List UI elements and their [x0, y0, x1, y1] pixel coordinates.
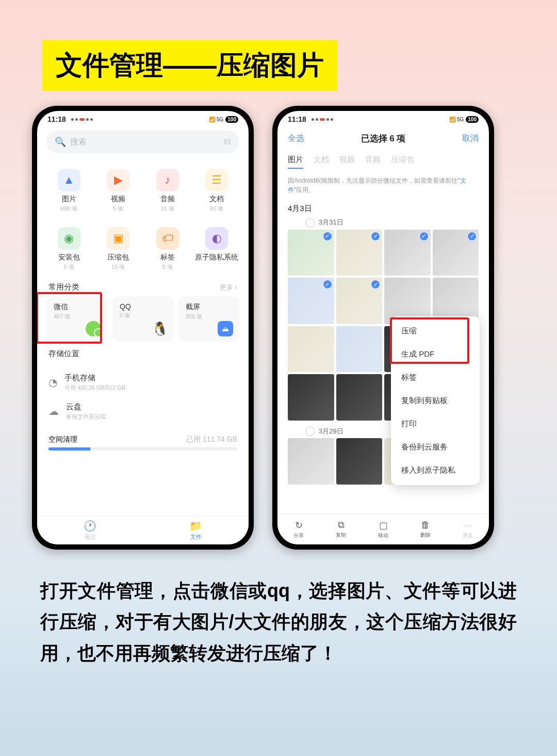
voice-icon: ⦀⦀ [224, 137, 231, 147]
privacy-icon: ◐ [205, 227, 228, 250]
menu-backup-cloud[interactable]: 备份到云服务 [391, 436, 480, 459]
check-icon: ✓ [467, 232, 477, 241]
space-clean[interactable]: 空间清理已用 111.74 GB [37, 431, 249, 455]
thumbnail[interactable]: ✓ [433, 230, 479, 276]
statusbar: 11:18 📶 5G 100 [37, 111, 249, 125]
category-privacy[interactable]: ◐原子隐私系统 [194, 227, 240, 271]
check-icon: ✓ [371, 232, 380, 241]
thumbnail[interactable]: ✓ [384, 230, 431, 276]
cloud-storage-row[interactable]: ☁云盘备份文件至云端 [48, 397, 237, 426]
cloud-icon: ☁ [48, 405, 59, 417]
checkbox-icon[interactable] [305, 218, 315, 228]
thumbnail[interactable] [288, 374, 334, 421]
action-more[interactable]: ⋯更多 [447, 514, 489, 544]
date-header: 4月3日 [277, 199, 489, 216]
android-icon: ◉ [58, 227, 80, 250]
screen-right: 11:18 📶 5G 100 全选 已选择 6 项 取消 图片 文档 视频 音频… [277, 111, 489, 544]
screen-left: 11:18 📶 5G 100 🔍 搜索 ⦀⦀ ▲图片888 项 ▶视频5 项 ♪… [37, 111, 249, 544]
statusbar: 11:18 📶 5G 100 [277, 111, 489, 125]
action-bar: ↻分享 ⧉复制 ▢移动 🗑删除 ⋯更多 [277, 513, 489, 544]
title-banner: 文件管理——压缩图片 [42, 40, 337, 91]
storage-icon: ◔ [48, 376, 57, 389]
phone-storage-row[interactable]: ◔手机存储可用 400.26 GB/512 GB [48, 368, 237, 397]
status-time: 11:18 [288, 115, 306, 123]
check-icon: ✓ [371, 280, 380, 289]
check-icon: ✓ [323, 232, 332, 241]
thumbnail[interactable]: ✓ [288, 278, 334, 324]
highlight-box [37, 292, 102, 344]
tag-icon: 🏷 [156, 227, 179, 250]
action-move[interactable]: ▢移动 [362, 514, 404, 544]
trash-icon: 🗑 [421, 520, 430, 530]
screenshot-icon: ⛰ [218, 321, 233, 336]
date-subheader: 3月31日 [277, 216, 489, 230]
tab-docs[interactable]: 文档 [314, 155, 329, 169]
menu-tag[interactable]: 标签 [391, 366, 480, 389]
check-icon: ✓ [419, 232, 429, 241]
phone-right: 11:18 📶 5G 100 全选 已选择 6 项 取消 图片 文档 视频 音频… [272, 106, 494, 550]
storage-progressbar [48, 447, 237, 451]
thumbnail[interactable]: ✓ [288, 230, 334, 276]
more-icon: ⋯ [463, 520, 472, 531]
more-link[interactable]: 更多 › [220, 283, 237, 292]
search-placeholder: 搜索 [70, 137, 224, 148]
qq-icon: 🐧 [152, 321, 168, 337]
thumbnail[interactable]: ✓ [336, 230, 383, 276]
tab-audio[interactable]: 音频 [365, 155, 381, 169]
bottom-nav: 🕐最近 📁文件 [37, 516, 249, 544]
status-time: 11:18 [47, 115, 66, 123]
status-icons: 📶 5G 100 [209, 116, 238, 123]
category-tag[interactable]: 🏷标签0 项 [145, 227, 190, 271]
app-screenshot[interactable]: 截屏265 项⛰ [178, 296, 239, 342]
thumbnail[interactable] [336, 438, 383, 485]
context-menu: 压缩 生成 PDF 标签 复制到剪贴板 打印 备份到云服务 移入到原子隐私 [391, 316, 480, 485]
highlight-box [390, 317, 469, 364]
tab-files[interactable]: 📁文件 [143, 516, 249, 544]
thumbnail[interactable] [336, 374, 383, 421]
video-icon: ▶ [107, 169, 129, 191]
thumbnail[interactable] [336, 326, 383, 373]
action-share[interactable]: ↻分享 [277, 514, 320, 544]
share-icon: ↻ [295, 520, 303, 531]
image-icon: ▲ [58, 169, 80, 191]
check-icon: ✓ [323, 280, 332, 289]
menu-print[interactable]: 打印 [391, 412, 480, 436]
storage-section-header: 存储位置 [37, 342, 249, 363]
tab-video[interactable]: 视频 [339, 155, 355, 169]
action-copy[interactable]: ⧉复制 [320, 514, 362, 544]
category-images[interactable]: ▲图片888 项 [46, 169, 92, 213]
selection-header: 全选 已选择 6 项 取消 [277, 125, 489, 152]
permission-notice: 因Android权限限制，无法显示部分微信文件，如需查看请前往"文件"应用。 [277, 172, 489, 199]
file-type-tabs: 图片 文档 视频 音频 压缩包 [277, 152, 489, 172]
thumbnail[interactable] [288, 326, 334, 373]
thumbnail[interactable] [288, 438, 334, 485]
selection-title: 已选择 6 项 [361, 133, 406, 144]
search-icon: 🔍 [55, 136, 66, 148]
app-qq[interactable]: QQ0 项🐧 [112, 296, 173, 342]
document-icon: ☰ [205, 169, 228, 191]
clock-icon: 🕐 [84, 520, 96, 532]
tab-images[interactable]: 图片 [288, 155, 303, 169]
category-zip[interactable]: ▣压缩包16 项 [96, 227, 141, 271]
category-video[interactable]: ▶视频5 项 [96, 169, 141, 213]
tab-recent[interactable]: 🕐最近 [37, 516, 143, 544]
archive-icon: ▣ [107, 227, 129, 250]
category-audio[interactable]: ♪音频31 项 [145, 169, 190, 213]
status-icons: 📶 5G 100 [449, 116, 479, 123]
search-input[interactable]: 🔍 搜索 ⦀⦀ [46, 131, 239, 153]
phone-left: 11:18 📶 5G 100 🔍 搜索 ⦀⦀ ▲图片888 项 ▶视频5 项 ♪… [32, 106, 254, 550]
instructions-text: 打开文件管理，点击微信或qq，选择图片、文件等可以进行压缩，对于有大图片/大文件… [40, 575, 517, 669]
select-all-button[interactable]: 全选 [288, 133, 304, 144]
copy-icon: ⧉ [338, 520, 345, 530]
tab-archive[interactable]: 压缩包 [391, 155, 414, 169]
menu-copy-clipboard[interactable]: 复制到剪贴板 [391, 389, 480, 412]
menu-move-privacy[interactable]: 移入到原子隐私 [391, 459, 480, 482]
move-icon: ▢ [379, 520, 388, 531]
folder-icon: 📁 [189, 520, 202, 532]
category-docs[interactable]: ☰文档82 项 [194, 169, 240, 213]
action-delete[interactable]: 🗑删除 [404, 514, 447, 544]
cancel-button[interactable]: 取消 [462, 133, 479, 144]
category-apk[interactable]: ◉安装包5 项 [46, 227, 92, 271]
checkbox-icon[interactable] [305, 427, 315, 436]
thumbnail[interactable]: ✓ [336, 278, 383, 324]
